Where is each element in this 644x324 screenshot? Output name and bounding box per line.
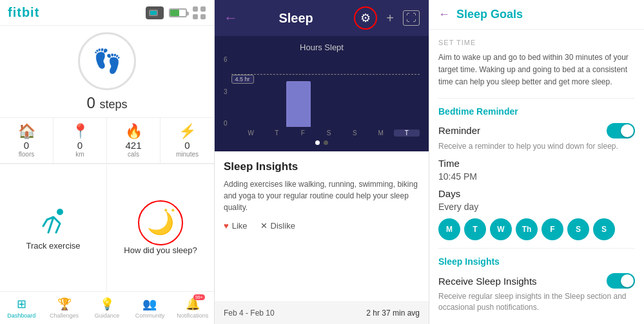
nav-challenges[interactable]: 🏆 Challenges xyxy=(43,294,85,321)
steps-value: 0 steps xyxy=(86,94,127,112)
svg-rect-3 xyxy=(193,6,198,12)
device-icon xyxy=(146,6,164,19)
x-axis: W T F S S M T xyxy=(238,129,420,137)
days-row: Days xyxy=(438,188,635,199)
nav-community[interactable]: 👥 Community xyxy=(128,294,171,321)
receive-insights-name: Receive Sleep Insights xyxy=(438,276,537,287)
steps-section: 👣 0 steps xyxy=(0,26,214,118)
day-monday[interactable]: M xyxy=(438,218,460,240)
chart-pagination xyxy=(224,140,420,145)
like-button[interactable]: ♥ Like xyxy=(224,221,248,231)
moon-icon: 🌙 xyxy=(147,210,174,236)
date-range: Feb 4 - Feb 10 xyxy=(224,309,275,318)
sleep-title: Sleep xyxy=(278,11,313,26)
dislike-button[interactable]: ✕ Dislike xyxy=(260,221,295,231)
goals-back-button[interactable]: ← xyxy=(438,8,450,21)
battery-icon xyxy=(169,8,187,17)
day-friday[interactable]: F xyxy=(542,218,563,240)
sleep-back-button[interactable]: ← xyxy=(224,10,238,26)
dot-active xyxy=(315,140,320,145)
goals-description: Aim to wake up and go to bed within 30 m… xyxy=(438,52,635,89)
x-label-f: F xyxy=(290,129,316,137)
plus-button[interactable]: + xyxy=(386,11,394,26)
reminder-desc: Receive a reminder to help you wind down… xyxy=(438,141,635,152)
notification-badge: 99+ xyxy=(193,294,205,300)
day-wednesday[interactable]: W xyxy=(490,218,512,240)
sleep-insights-section: Sleep Insights Adding exercises like wal… xyxy=(215,151,429,301)
guidance-icon: 💡 xyxy=(100,297,114,311)
days-value: Every day xyxy=(438,202,635,212)
bedtime-reminder-label: Bedtime Reminder xyxy=(438,106,635,117)
steps-circle: 👣 xyxy=(78,32,136,90)
x-label-t1: T xyxy=(264,129,289,137)
fitbit-logo: fitbit xyxy=(8,5,39,20)
header-icons xyxy=(146,6,206,20)
svg-point-7 xyxy=(57,209,63,215)
reminder-name: Reminder xyxy=(438,125,480,136)
x-label-today: T xyxy=(394,129,420,137)
app-header: fitbit xyxy=(0,0,214,26)
day-thursday[interactable]: Th xyxy=(516,218,538,240)
time-row: Time xyxy=(438,158,635,169)
nav-notifications[interactable]: 🔔 99+ Notifications xyxy=(171,294,214,321)
sleep-header-icons: ⚙ + ⛶ xyxy=(354,6,420,30)
stats-row: 🏠 0 floors 📍 0 km 🔥 421 cals ⚡ 0 minutes xyxy=(0,118,214,164)
run-icon xyxy=(35,205,71,241)
track-exercise-button[interactable]: Track exercise xyxy=(0,164,107,291)
days-name: Days xyxy=(438,188,460,199)
bar-f xyxy=(286,81,311,128)
receive-insights-desc: Receive regular sleep insights in the Sl… xyxy=(438,291,635,313)
like-label: Like xyxy=(232,221,248,231)
stars-icon: ✦ ✦ xyxy=(163,207,175,214)
x-icon: ✕ xyxy=(260,221,268,231)
y-label-0: 0 xyxy=(224,120,228,127)
chart-title: Hours Slept xyxy=(224,43,420,52)
fire-icon: 🔥 xyxy=(125,123,142,140)
svg-rect-4 xyxy=(200,6,206,12)
chart-body: 6 3 0 4.5 hr xyxy=(224,56,420,127)
receive-insights-row: Receive Sleep Insights xyxy=(438,273,635,289)
sleep-header: ← Sleep ⚙ + ⛶ xyxy=(215,0,429,36)
insights-actions: ♥ Like ✕ Dislike xyxy=(224,221,420,231)
day-sunday[interactable]: S xyxy=(593,218,615,240)
svg-rect-6 xyxy=(200,14,206,19)
bolt-icon: ⚡ xyxy=(179,123,196,140)
day-tuesday[interactable]: T xyxy=(464,218,486,240)
target-label: 4.5 hr xyxy=(231,75,254,84)
y-label-6: 6 xyxy=(224,56,228,63)
reminder-toggle[interactable] xyxy=(607,123,635,138)
community-icon: 👥 xyxy=(142,297,157,311)
reminder-row: Reminder xyxy=(438,123,635,138)
sleep-avg: 2 hr 37 min avg xyxy=(366,309,420,318)
day-saturday[interactable]: S xyxy=(567,218,589,240)
y-axis: 6 3 0 xyxy=(224,56,228,127)
dashboard-panel: fitbit 👣 0 steps 🏠 0 fl xyxy=(0,0,215,324)
heart-icon: ♥ xyxy=(224,221,229,231)
nav-dashboard[interactable]: ⊞ Dashboard xyxy=(0,294,43,321)
location-icon: 📍 xyxy=(72,123,89,140)
dot-inactive xyxy=(324,140,328,145)
expand-icon: ⛶ xyxy=(403,10,420,26)
x-label-w: W xyxy=(238,129,264,137)
insights-toggle-knob xyxy=(621,274,634,287)
challenges-icon: 🏆 xyxy=(57,297,72,311)
toggle-knob xyxy=(621,124,634,137)
sleep-panel: ← Sleep ⚙ + ⛶ Hours Slept 6 3 0 4.5 hr xyxy=(215,0,429,324)
nav-guidance[interactable]: 💡 Guidance xyxy=(86,294,128,321)
action-row: Track exercise 🌙 ✦ ✦ How did you sleep? xyxy=(0,164,214,291)
bottom-nav: ⊞ Dashboard 🏆 Challenges 💡 Guidance 👥 Co… xyxy=(0,291,214,324)
insights-title: Sleep Insights xyxy=(224,160,420,173)
divider-2 xyxy=(438,248,635,249)
days-circles: M T W Th F S S xyxy=(438,218,635,240)
floors-icon: 🏠 xyxy=(18,123,35,140)
sleep-button[interactable]: 🌙 ✦ ✦ How did you sleep? xyxy=(107,164,214,291)
gear-button[interactable]: ⚙ xyxy=(354,6,377,30)
goals-title: Sleep Goals xyxy=(456,8,523,21)
svg-point-2 xyxy=(158,12,161,14)
km-stat: 📍 0 km xyxy=(54,118,107,163)
goals-content: Set time Aim to wake up and go to bed wi… xyxy=(429,30,644,324)
x-label-s2: S xyxy=(342,129,367,137)
set-time-label: Set time xyxy=(438,39,635,46)
insights-toggle[interactable] xyxy=(607,273,635,289)
sleep-insights-label: Sleep Insights xyxy=(438,256,635,267)
